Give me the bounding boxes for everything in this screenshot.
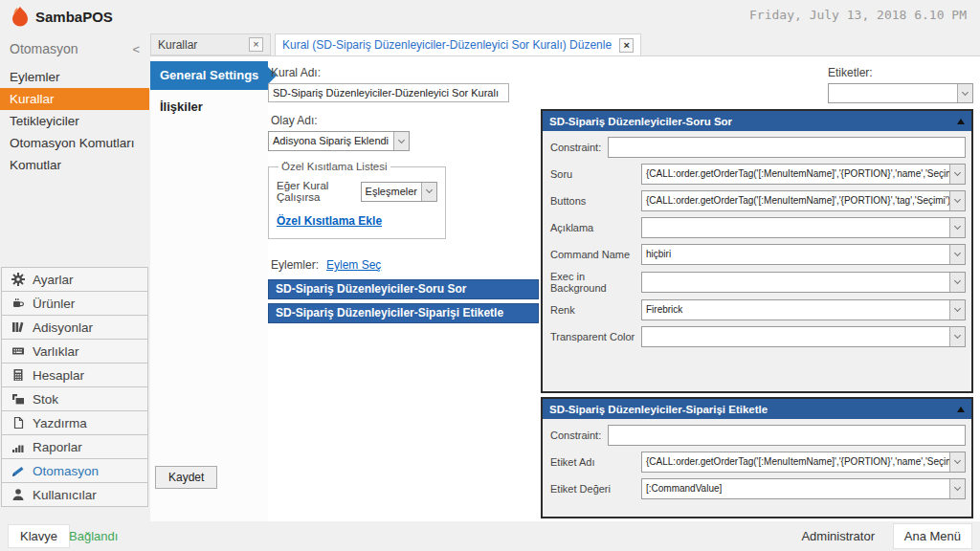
add-constraint-link[interactable]: Özel Kısıtlama Ekle [277, 214, 382, 228]
constraint-input[interactable] [608, 425, 966, 446]
field-label: Soru [548, 168, 641, 180]
chevron-down-icon[interactable] [949, 191, 965, 210]
sidebar-item-otomasyon-komutlari[interactable]: Otomasyon Komutları [0, 132, 149, 154]
sidebar-item-kurallar[interactable]: Kurallar [0, 88, 149, 110]
sidebar: Otomasyon < Eylemler Kurallar Tetikleyic… [0, 33, 149, 521]
sidebar-item-komutlar[interactable]: Komutlar [0, 154, 149, 176]
save-button[interactable]: Kaydet [155, 466, 217, 489]
accordion-stok[interactable]: Stok [1, 386, 148, 411]
main-menu-button[interactable]: Ana Menü [893, 523, 972, 549]
collapse-up-icon[interactable] [957, 407, 965, 412]
chevron-down-icon[interactable] [949, 218, 965, 237]
transparent-color-select[interactable] [641, 326, 966, 347]
accordion-adisyonlar[interactable]: Adisyonlar [1, 315, 148, 340]
action-list-item[interactable]: SD-Sipariş Düzenleyiciler-Soru Sor [268, 279, 539, 299]
tags-label: Etiketler: [828, 66, 873, 79]
pencil-icon [11, 464, 25, 478]
action-list-item[interactable]: SD-Sipariş Düzenleyiciler-Siparişi Etike… [268, 303, 539, 323]
rule-action-list: SD-Sipariş Düzenleyiciler-Soru Sor SD-Si… [268, 279, 541, 323]
chevron-down-icon[interactable] [957, 84, 972, 102]
action-panel-siparisi-etiketle: SD-Sipariş Düzenleyiciler-Siparişi Etike… [541, 397, 973, 518]
chevron-down-icon[interactable] [949, 479, 965, 498]
sidebar-item-tetikleyiciler[interactable]: Tetikleyiciler [0, 110, 149, 132]
tab-label: Kurallar [158, 38, 197, 52]
etiket-adi-select[interactable]: {CALL:order.getOrderTag('[:MenuItemName]… [641, 452, 966, 473]
books-icon [11, 320, 25, 335]
command-name-select[interactable]: hiçbiri [641, 244, 966, 265]
accordion-yazdirma[interactable]: Yazdırma [1, 410, 148, 435]
tags-select[interactable] [828, 83, 973, 103]
chevron-down-icon[interactable] [949, 245, 965, 264]
chevron-down-icon[interactable] [393, 132, 409, 150]
keyboard-icon [11, 344, 25, 359]
sidebar-accordion: Ayarlar Ürünler [1, 268, 148, 507]
accordion-otomasyon[interactable]: Otomasyon [1, 458, 148, 483]
renk-select[interactable]: Firebrick [641, 299, 966, 320]
tab-general-settings[interactable]: General Settings [150, 61, 268, 90]
keyboard-button[interactable]: Klavye [8, 524, 70, 548]
chevron-down-icon[interactable] [421, 183, 436, 201]
actions-label: Eylemler: [271, 258, 319, 272]
constraint-match-select[interactable]: Eşleşmeler [361, 182, 437, 202]
sidebar-item-eylemler[interactable]: Eylemler [0, 66, 149, 88]
accordion-ayarlar[interactable]: Ayarlar [1, 267, 148, 292]
field-label: Açıklama [548, 222, 641, 233]
accordion-kullanicilar[interactable]: Kullanıcılar [1, 482, 148, 507]
settings-tab-strip: General Settings İlişkiler [150, 56, 268, 521]
accordion-urunler[interactable]: Ürünler [1, 291, 148, 316]
chevron-down-icon[interactable] [949, 300, 965, 320]
user-name: Administrator [801, 529, 875, 543]
tab-iliskiler[interactable]: İlişkiler [150, 99, 268, 114]
action-panel-title: SD-Sipariş Düzenleyiciler-Siparişi Etike… [549, 404, 768, 415]
select-action-link[interactable]: Eylem Seç [326, 258, 381, 272]
accordion-raporlar[interactable]: Raporlar [1, 434, 148, 459]
accordion-label: Varlıklar [33, 344, 79, 359]
cup-icon [11, 297, 25, 311]
collapse-up-icon[interactable] [957, 119, 965, 124]
rule-form: Kural Adı: Olay Adı: Adisyona Sipariş Ek… [268, 56, 541, 521]
rule-name-input[interactable] [268, 83, 509, 102]
field-label: Constraint: [548, 430, 608, 441]
tab-kural-duzenle[interactable]: Kural (SD-Sipariş Düzenleyiciler-Düzenle… [275, 33, 641, 55]
chevron-down-icon[interactable] [949, 327, 965, 346]
accordion-label: Hesaplar [33, 368, 84, 383]
app-logo: SambaPOS [10, 5, 113, 28]
main-content: General Settings İlişkiler Kural Adı: Ol… [150, 55, 980, 521]
event-name-label: Olay Adı: [271, 114, 541, 127]
field-label: Command Name [548, 249, 641, 260]
constraint-input[interactable] [608, 137, 966, 158]
buttons-select[interactable]: {CALL:order.getOrderTag('[:MenuItemName]… [641, 190, 966, 211]
user-icon [11, 488, 25, 502]
sidebar-section-title: Otomasyon [10, 41, 78, 56]
chevron-down-icon[interactable] [949, 165, 965, 184]
accordion-label: Yazdırma [33, 416, 87, 430]
action-panel-soru-sor: SD-Sipariş Düzenleyiciler-Soru Sor Const… [541, 109, 973, 393]
rule-name-label: Kural Adı: [271, 66, 541, 79]
accordion-label: Adisyonlar [33, 320, 93, 335]
close-icon[interactable]: × [619, 38, 634, 53]
top-header: SambaPOS Friday, July 13, 2018 6.10 PM [0, 0, 980, 33]
gear-icon [11, 273, 25, 287]
action-panel-header[interactable]: SD-Sipariş Düzenleyiciler-Soru Sor [543, 111, 971, 131]
layers-icon [11, 392, 25, 407]
accordion-hesaplar[interactable]: Hesaplar [1, 363, 148, 387]
field-label: Buttons [548, 195, 641, 207]
accordion-label: Ayarlar [33, 273, 74, 287]
chevron-down-icon[interactable] [949, 452, 965, 472]
accordion-varliklar[interactable]: Varlıklar [1, 339, 148, 364]
sidebar-section-header[interactable]: Otomasyon < [0, 33, 149, 66]
event-name-select[interactable]: Adisyona Sipariş Eklendi [268, 131, 410, 151]
aciklama-select[interactable] [641, 217, 966, 238]
close-icon[interactable]: × [249, 37, 263, 52]
etiket-degeri-select[interactable]: [:CommandValue] [641, 478, 966, 499]
chevron-down-icon[interactable] [949, 273, 965, 292]
collapse-icon[interactable]: < [132, 42, 140, 56]
app-window: SambaPOS Friday, July 13, 2018 6.10 PM O… [0, 0, 980, 551]
tab-kurallar[interactable]: Kurallar × [150, 33, 271, 55]
soru-select[interactable]: {CALL:order.getOrderTag('[:MenuItemName]… [641, 164, 966, 185]
constraint-group-title: Özel Kısıtlama Listesi [278, 161, 390, 172]
calculator-icon [11, 368, 25, 383]
action-panel-header[interactable]: SD-Sipariş Düzenleyiciler-Siparişi Etike… [543, 399, 971, 419]
field-label: Constraint: [548, 142, 608, 153]
exec-background-select[interactable] [641, 272, 966, 293]
